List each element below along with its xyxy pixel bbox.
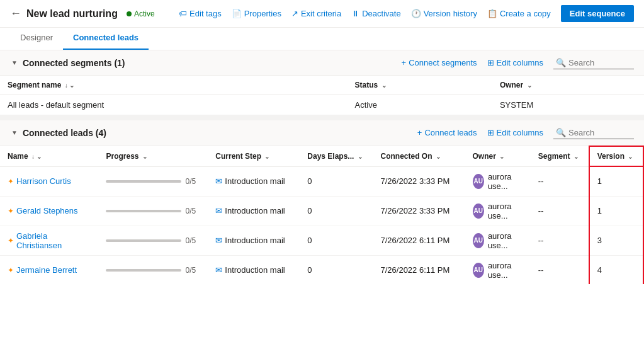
col-segment-name[interactable]: Segment name ↓ ⌄ <box>0 76 347 95</box>
lead-name-cell[interactable]: ✦ Gabriela Christiansen <box>0 226 98 255</box>
deactivate-icon: ⏸ <box>351 9 359 18</box>
table-row: ✦ Harrison Curtis 0/5 ✉ Introduction mai… <box>0 166 643 196</box>
avatar: AU <box>473 204 484 219</box>
tab-designer[interactable]: Designer <box>10 28 63 50</box>
owner-label: aurora use... <box>488 202 523 221</box>
version-cell: 1 <box>589 166 643 196</box>
current-step-cell: ✉ Introduction mail <box>208 226 300 255</box>
lead-name-link[interactable]: ✦ Gabriela Christiansen <box>8 231 91 250</box>
version-history-link[interactable]: 🕐 Version history <box>411 9 477 18</box>
leads-collapse-icon[interactable]: ▼ <box>11 129 18 136</box>
owner-cell: SYSTEM <box>492 95 644 115</box>
exit-criteria-link[interactable]: ↗ Exit criteria <box>291 9 341 18</box>
days-elapsed-cell: 0 <box>300 255 373 284</box>
avatar: AU <box>473 174 484 189</box>
step-cell: ✉ Introduction mail <box>215 176 292 186</box>
owner-cell: AU aurora use... <box>465 196 531 226</box>
lead-icon: ✦ <box>8 236 14 245</box>
segments-search-input[interactable] <box>568 58 631 67</box>
progress-label: 0/5 <box>185 207 196 215</box>
lead-name-cell[interactable]: ✦ Gerald Stephens <box>0 196 98 226</box>
leads-table: Name ↓ ⌄ Progress ⌄ Current Step ⌄ Days … <box>0 146 644 284</box>
col-segment[interactable]: Segment ⌄ <box>531 146 589 166</box>
deactivate-link[interactable]: ⏸ Deactivate <box>351 9 400 18</box>
connected-on-cell: 7/26/2022 6:11 PM <box>373 255 465 284</box>
name-sort-icon: ↓ ⌄ <box>31 153 42 160</box>
progress-bar-wrap: 0/5 <box>106 236 200 245</box>
tab-bar: Designer Connected leads <box>0 28 644 50</box>
col-current-step[interactable]: Current Step ⌄ <box>208 146 300 166</box>
col-owner[interactable]: Owner ⌄ <box>465 146 531 166</box>
progress-chevron-icon: ⌄ <box>142 153 147 160</box>
owner-label: aurora use... <box>488 261 523 280</box>
col-connected-on[interactable]: Connected On ⌄ <box>373 146 465 166</box>
current-step-cell: ✉ Introduction mail <box>208 196 300 226</box>
version-cell: 3 <box>589 226 643 255</box>
columns-icon: ⊞ <box>487 58 494 67</box>
segment-cell: -- <box>531 196 589 226</box>
table-row: ✦ Gerald Stephens 0/5 ✉ Introduction mai… <box>0 196 643 226</box>
edit-sequence-button[interactable]: Edit sequence <box>561 5 634 22</box>
leads-search-input[interactable] <box>568 128 631 137</box>
connected-on-cell: 7/26/2022 3:33 PM <box>373 196 465 226</box>
lead-name-link[interactable]: ✦ Harrison Curtis <box>8 176 91 186</box>
back-button[interactable]: ← <box>10 7 21 20</box>
properties-link[interactable]: 📄 Properties <box>232 9 281 18</box>
leads-search-icon: 🔍 <box>556 128 566 137</box>
segments-collapse-icon[interactable]: ▼ <box>11 59 18 66</box>
edit-tags-link[interactable]: 🏷 Edit tags <box>179 9 222 18</box>
owner-label: aurora use... <box>488 172 523 191</box>
current-step-cell: ✉ Introduction mail <box>208 255 300 284</box>
days-chevron-icon: ⌄ <box>358 153 363 160</box>
plus-icon: + <box>402 58 407 67</box>
avatar: AU <box>473 263 484 278</box>
segments-search-box[interactable]: 🔍 <box>553 57 634 69</box>
edit-columns-icon: ⊞ <box>487 128 494 137</box>
sort-icon: ↓ ⌄ <box>65 82 75 89</box>
step-cell: ✉ Introduction mail <box>215 236 292 245</box>
create-copy-link[interactable]: 📋 Create a copy <box>487 9 551 18</box>
leads-edit-columns-button[interactable]: ⊞ Edit columns <box>487 128 543 137</box>
segments-edit-columns-button[interactable]: ⊞ Edit columns <box>487 58 543 67</box>
col-status[interactable]: Status ⌄ <box>347 76 492 95</box>
connected-chevron-icon: ⌄ <box>436 153 441 160</box>
owner-cell: AU aurora use... <box>465 166 531 196</box>
connected-leads-title: Connected leads (4) <box>23 128 106 138</box>
leads-search-box[interactable]: 🔍 <box>553 127 634 139</box>
connect-segments-button[interactable]: + Connect segments <box>402 58 477 67</box>
col-days-elapsed[interactable]: Days Elaps... ⌄ <box>300 146 373 166</box>
lead-name-cell[interactable]: ✦ Jermaine Berrett <box>0 255 98 284</box>
properties-icon: 📄 <box>232 9 242 18</box>
lead-icon: ✦ <box>8 207 14 215</box>
progress-cell: 0/5 <box>98 166 208 196</box>
segments-actions: + Connect segments ⊞ Edit columns 🔍 <box>402 57 634 69</box>
lead-name-link[interactable]: ✦ Gerald Stephens <box>8 206 91 215</box>
status-badge: Active <box>127 9 155 18</box>
status-chevron-icon: ⌄ <box>381 82 387 89</box>
progress-bar-bg <box>106 239 181 242</box>
step-label: Introduction mail <box>225 236 285 245</box>
version-history-icon: 🕐 <box>411 9 421 18</box>
lead-name-cell[interactable]: ✦ Harrison Curtis <box>0 166 98 196</box>
col-name[interactable]: Name ↓ ⌄ <box>0 146 98 166</box>
step-cell: ✉ Introduction mail <box>215 206 292 215</box>
version-cell: 1 <box>589 196 643 226</box>
owner-cell: AU aurora use... <box>465 255 531 284</box>
mail-icon: ✉ <box>215 265 222 275</box>
connect-leads-button[interactable]: + Connect leads <box>417 128 477 137</box>
exit-criteria-icon: ↗ <box>291 9 298 18</box>
owner-cell: AU aurora use... <box>465 226 531 255</box>
search-icon: 🔍 <box>556 58 566 67</box>
col-owner[interactable]: Owner ⌄ <box>492 76 644 95</box>
page-title: New lead nurturing <box>26 8 118 20</box>
connected-on-cell: 7/26/2022 6:11 PM <box>373 226 465 255</box>
tab-connected-leads[interactable]: Connected leads <box>63 28 149 50</box>
progress-bar-bg <box>106 269 181 272</box>
progress-cell: 0/5 <box>98 196 208 226</box>
leads-table-header-row: Name ↓ ⌄ Progress ⌄ Current Step ⌄ Days … <box>0 146 643 166</box>
col-version[interactable]: Version ⌄ <box>589 146 643 166</box>
lead-name-link[interactable]: ✦ Jermaine Berrett <box>8 265 91 275</box>
owner-wrap: AU aurora use... <box>473 172 523 191</box>
col-progress[interactable]: Progress ⌄ <box>98 146 208 166</box>
segment-name-cell: All leads - default segment <box>0 95 347 115</box>
